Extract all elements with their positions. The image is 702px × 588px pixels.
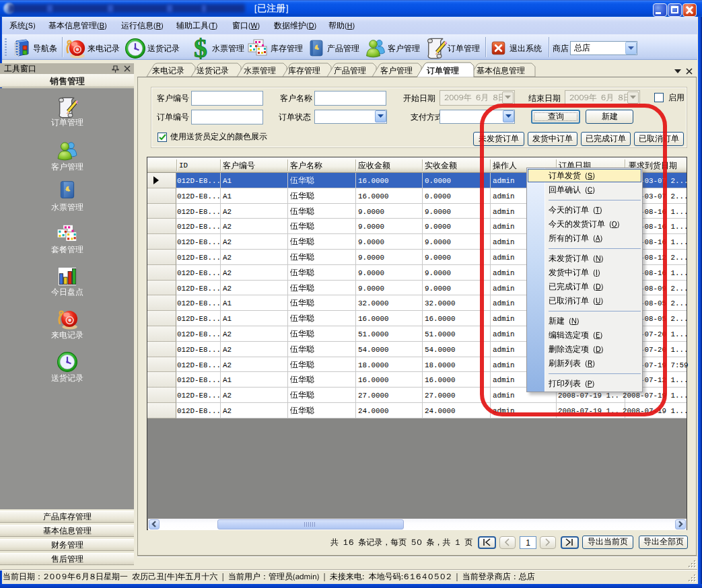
- svg-text:$: $: [194, 38, 207, 59]
